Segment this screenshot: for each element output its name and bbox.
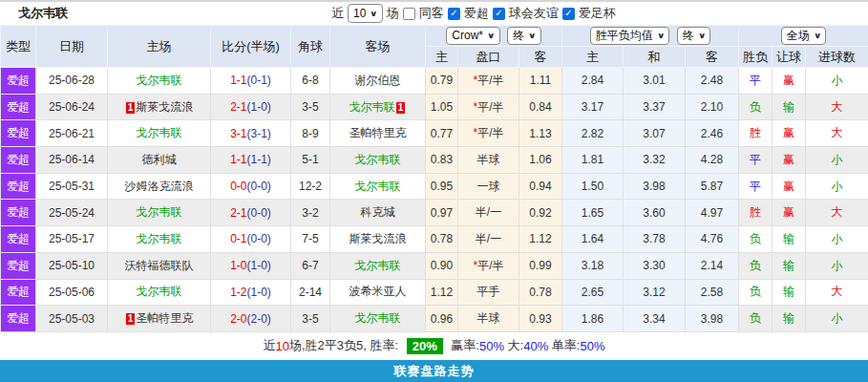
odds-draw: 3.01 xyxy=(624,68,686,95)
handicap-away-odds: 0.93 xyxy=(519,306,562,332)
away-team-name: 圣帕特里克 xyxy=(349,126,407,139)
halftime-score: (1-0) xyxy=(247,286,271,299)
handicap-away-odds: 1.06 xyxy=(519,147,562,174)
score-cell: 1-0(1-0) xyxy=(211,252,291,279)
odds-table: 类型 日期 主场 比分(半场) 角球 客场 Crow* ∨ 终 ∨ xyxy=(0,25,868,332)
home-team-name: 圣帕特里克 xyxy=(136,311,193,325)
home-team-name: 戈尔韦联 xyxy=(137,285,182,298)
subcolumn-header-handicap-result: 让球 xyxy=(773,47,806,68)
score-cell: 0-0(0-0) xyxy=(211,173,291,200)
away-team-cell: 波希米亚人 xyxy=(330,279,426,306)
subcolumn-header-asian-home: 主 xyxy=(426,47,458,68)
scope-select[interactable]: 全场 ∨ xyxy=(781,27,827,45)
score-cell: 1-2(1-0) xyxy=(211,279,291,306)
europe-odds-select[interactable]: 胜平负均值 ∨ xyxy=(590,27,670,45)
europe-odds-group-header: 胜平负均值 ∨ 终 ∨ xyxy=(562,26,739,47)
same-away-checkbox[interactable] xyxy=(403,8,415,20)
home-team-name: 斯莱戈流浪 xyxy=(136,100,193,114)
date-cell: 25-05-03 xyxy=(36,306,108,332)
score-cell: 0-1(0-0) xyxy=(211,226,291,253)
games-label: 场 xyxy=(387,5,399,22)
date-cell: 25-06-14 xyxy=(36,147,108,174)
home-team-name: 德利城 xyxy=(142,153,177,166)
date-cell: 25-06-24 xyxy=(36,94,108,120)
odds-home-win: 1.81 xyxy=(562,147,624,174)
home-team-cell: 1斯莱戈流浪 xyxy=(108,94,211,120)
halftime-score: (1-1) xyxy=(247,153,271,166)
handicap-line-cell: 平手 xyxy=(458,279,519,306)
handicap-line: 平/半 xyxy=(477,259,503,272)
odds-draw: 3.07 xyxy=(624,120,686,147)
handicap-line: 平/半 xyxy=(477,74,503,87)
away-team-name: 波希米亚人 xyxy=(349,285,407,298)
odds-home-win: 2.65 xyxy=(562,279,624,306)
handicap-home-odds: 0.96 xyxy=(426,306,458,332)
halftime-score: (0-0) xyxy=(247,232,271,245)
subcolumn-header-euro-draw: 和 xyxy=(624,47,686,68)
match-row: 爱超 25-06-21 戈尔韦联 3-1(3-1) 8-9 圣帕特里克 0.77… xyxy=(1,120,868,147)
handicap-line-cell: 半/一 xyxy=(458,226,519,253)
handicap-line: 一球 xyxy=(477,180,500,193)
odds-home-win: 3.18 xyxy=(562,252,624,279)
chevron-down-icon: ∨ xyxy=(370,10,377,18)
goals-result-cell: 大 xyxy=(806,200,868,226)
halftime-score: (0-0) xyxy=(247,206,271,220)
odds-away-win: 2.48 xyxy=(686,68,739,95)
handicap-away-odds: 0.92 xyxy=(519,200,562,226)
home-team-cell: 沙姆洛克流浪 xyxy=(108,173,211,200)
home-team-cell: 戈尔韦联 xyxy=(108,200,211,226)
bookmaker-select[interactable]: Crow* ∨ xyxy=(446,27,499,45)
odds-draw: 3.34 xyxy=(624,306,686,332)
league-filter-checkbox[interactable]: ✓ xyxy=(448,8,460,20)
result-group-header: 全场 ∨ xyxy=(739,26,868,47)
big-rate-label: 大: xyxy=(504,337,523,354)
handicap-line: 平/半 xyxy=(477,100,503,114)
chevron-down-icon: ∨ xyxy=(814,32,821,40)
result-cell: 负 xyxy=(739,306,773,332)
handicap-line-cell: 半/一 xyxy=(458,200,519,226)
odds-away-win: 4.76 xyxy=(686,226,739,253)
corners-cell: 6-8 xyxy=(291,68,330,95)
handicap-line-cell: *平/半 xyxy=(458,252,519,279)
away-team-cell: 科克城 xyxy=(330,200,426,226)
handicap-away-odds: 0.84 xyxy=(519,94,562,120)
odds-draw: 3.60 xyxy=(624,200,686,226)
handicap-line-cell: *平/半 xyxy=(458,94,519,120)
handicap-away-odds: 1.11 xyxy=(519,68,562,95)
handicap-line-cell: *平/半 xyxy=(458,120,519,147)
away-team-cell: 戈尔韦联 xyxy=(330,252,426,279)
corners-cell: 5-1 xyxy=(291,147,330,174)
result-cell: 负 xyxy=(739,226,773,253)
column-header-corners: 角球 xyxy=(291,26,330,68)
handicap-home-odds: 0.95 xyxy=(426,173,458,200)
handicap-home-odds: 1.05 xyxy=(426,94,458,120)
asian-time-select[interactable]: 终 ∨ xyxy=(507,27,541,45)
handicap-result-cell: 输 xyxy=(773,226,806,253)
home-team-cell: 戈尔韦联 xyxy=(108,279,211,306)
goals-result-cell: 小 xyxy=(806,68,868,95)
summary-record-text: 场,胜2平3负5, 胜率: xyxy=(289,337,402,354)
odds-history-panel: 戈尔韦联 近 10 ∨ 场 同客 ✓ 爱超 ✓ 球会友谊 ✓ 爱足杯 xyxy=(0,0,868,382)
europe-time-select[interactable]: 终 ∨ xyxy=(677,27,711,45)
odds-draw: 3.98 xyxy=(624,173,686,200)
single-rate-label: 单率: xyxy=(548,337,580,354)
handicap-result-cell: 赢 xyxy=(773,147,806,174)
subcolumn-header-euro-home: 主 xyxy=(562,47,624,68)
odds-away-win: 3.98 xyxy=(686,306,739,332)
handicap-line-cell: 半球 xyxy=(458,147,519,174)
summary-bar: 近10场,胜2平3负5, 胜率: 20% 赢率:50% 大:40% 单率:50% xyxy=(0,332,868,360)
friendly-filter-checkbox[interactable]: ✓ xyxy=(493,8,505,20)
subcolumn-header-goals: 进球数 xyxy=(806,47,868,68)
match-count-select[interactable]: 10 ∨ xyxy=(348,4,383,23)
cup-filter-checkbox[interactable]: ✓ xyxy=(562,8,575,20)
handicap-result-cell: 输 xyxy=(773,279,806,306)
away-team-name: 谢尔伯恩 xyxy=(355,74,401,87)
fulltime-score: 0-0 xyxy=(230,180,246,193)
match-count-value: 10 xyxy=(353,7,366,20)
away-team-cell: 戈尔韦联 xyxy=(330,173,426,200)
corners-cell: 6-7 xyxy=(291,252,330,279)
league-cell: 爱超 xyxy=(1,252,36,279)
home-team-name: 沙姆洛克流浪 xyxy=(125,180,194,193)
odds-home-win: 1.86 xyxy=(562,306,624,332)
subcolumn-header-result: 胜负 xyxy=(739,47,773,68)
